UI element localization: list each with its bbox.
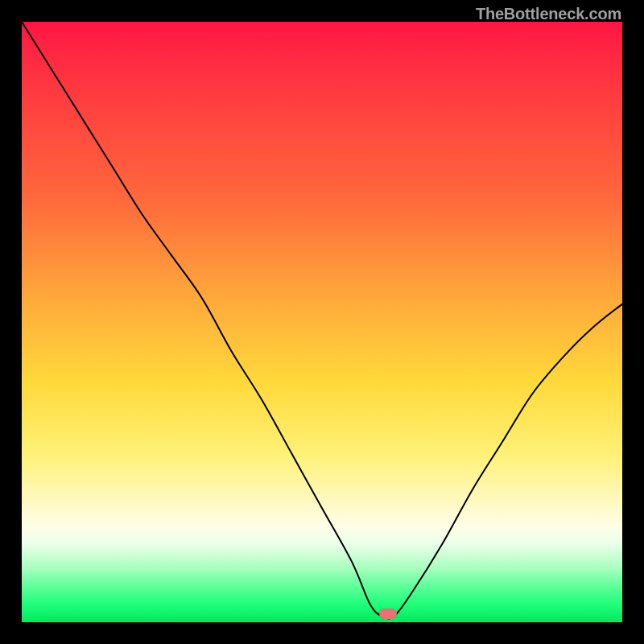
plot-area bbox=[22, 22, 622, 622]
optimal-point-marker bbox=[379, 609, 397, 619]
bottleneck-curve bbox=[22, 22, 622, 622]
chart-frame: TheBottleneck.com bbox=[0, 0, 644, 644]
attribution-label: TheBottleneck.com bbox=[476, 5, 621, 23]
